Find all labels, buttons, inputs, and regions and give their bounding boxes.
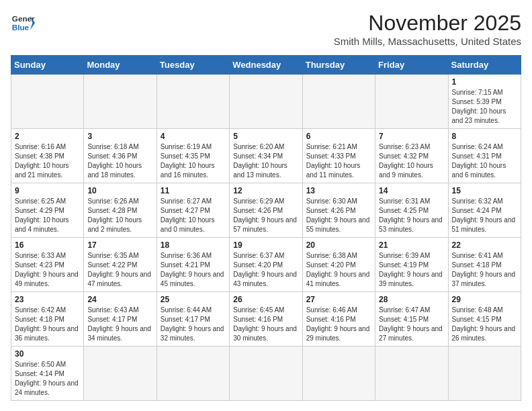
logo: General Blue xyxy=(11,11,35,35)
day-info: Sunrise: 6:16 AM Sunset: 4:38 PM Dayligh… xyxy=(15,142,80,180)
weekday-header-friday: Friday xyxy=(375,56,448,75)
calendar-day-cell: 23Sunrise: 6:42 AM Sunset: 4:18 PM Dayli… xyxy=(11,292,84,347)
calendar-day-cell: 10Sunrise: 6:26 AM Sunset: 4:28 PM Dayli… xyxy=(84,183,157,238)
day-info: Sunrise: 6:24 AM Sunset: 4:31 PM Dayligh… xyxy=(452,142,517,180)
day-info: Sunrise: 6:41 AM Sunset: 4:18 PM Dayligh… xyxy=(452,251,517,289)
day-info: Sunrise: 6:43 AM Sunset: 4:17 PM Dayligh… xyxy=(87,306,152,343)
day-number: 10 xyxy=(87,186,152,195)
day-info: Sunrise: 6:18 AM Sunset: 4:36 PM Dayligh… xyxy=(87,142,152,180)
day-info: Sunrise: 6:21 AM Sunset: 4:33 PM Dayligh… xyxy=(306,142,371,180)
calendar-day-cell xyxy=(375,75,448,129)
calendar-table: SundayMondayTuesdayWednesdayThursdayFrid… xyxy=(11,55,521,401)
day-info: Sunrise: 6:44 AM Sunset: 4:17 PM Dayligh… xyxy=(161,306,226,343)
calendar-day-cell xyxy=(157,75,229,129)
calendar-day-cell: 7Sunrise: 6:23 AM Sunset: 4:32 PM Daylig… xyxy=(375,129,448,183)
day-info: Sunrise: 6:36 AM Sunset: 4:21 PM Dayligh… xyxy=(161,251,226,289)
day-number: 30 xyxy=(15,349,80,359)
calendar-day-cell xyxy=(157,347,229,401)
calendar-day-cell xyxy=(11,75,84,129)
weekday-header-saturday: Saturday xyxy=(448,56,521,75)
logo-icon: General Blue xyxy=(11,11,35,35)
day-number: 7 xyxy=(379,132,444,141)
weekday-header-tuesday: Tuesday xyxy=(157,56,229,75)
weekday-header-row: SundayMondayTuesdayWednesdayThursdayFrid… xyxy=(11,56,521,75)
weekday-header-wednesday: Wednesday xyxy=(230,56,302,75)
calendar-day-cell: 15Sunrise: 6:32 AM Sunset: 4:24 PM Dayli… xyxy=(448,183,521,238)
day-info: Sunrise: 6:25 AM Sunset: 4:29 PM Dayligh… xyxy=(15,197,80,234)
calendar-day-cell: 17Sunrise: 6:35 AM Sunset: 4:22 PM Dayli… xyxy=(84,238,157,292)
day-info: Sunrise: 6:19 AM Sunset: 4:35 PM Dayligh… xyxy=(161,142,226,180)
day-info: Sunrise: 6:32 AM Sunset: 4:24 PM Dayligh… xyxy=(452,197,517,234)
calendar-day-cell: 13Sunrise: 6:30 AM Sunset: 4:26 PM Dayli… xyxy=(302,183,375,238)
calendar-day-cell: 8Sunrise: 6:24 AM Sunset: 4:31 PM Daylig… xyxy=(448,129,521,183)
day-info: Sunrise: 6:39 AM Sunset: 4:19 PM Dayligh… xyxy=(379,251,444,289)
day-info: Sunrise: 6:30 AM Sunset: 4:26 PM Dayligh… xyxy=(306,197,371,234)
calendar-day-cell: 20Sunrise: 6:38 AM Sunset: 4:20 PM Dayli… xyxy=(302,238,375,292)
calendar-day-cell: 25Sunrise: 6:44 AM Sunset: 4:17 PM Dayli… xyxy=(157,292,229,347)
calendar-day-cell: 26Sunrise: 6:45 AM Sunset: 4:16 PM Dayli… xyxy=(230,292,302,347)
calendar-day-cell xyxy=(230,347,302,401)
day-info: Sunrise: 6:42 AM Sunset: 4:18 PM Dayligh… xyxy=(15,306,80,343)
calendar-day-cell: 3Sunrise: 6:18 AM Sunset: 4:36 PM Daylig… xyxy=(84,129,157,183)
calendar-day-cell: 28Sunrise: 6:47 AM Sunset: 4:15 PM Dayli… xyxy=(375,292,448,347)
calendar-day-cell: 27Sunrise: 6:46 AM Sunset: 4:16 PM Dayli… xyxy=(302,292,375,347)
day-info: Sunrise: 6:37 AM Sunset: 4:20 PM Dayligh… xyxy=(233,251,298,289)
calendar-week-row: 9Sunrise: 6:25 AM Sunset: 4:29 PM Daylig… xyxy=(11,183,521,238)
day-number: 14 xyxy=(379,186,444,195)
day-number: 22 xyxy=(452,240,517,250)
day-number: 25 xyxy=(161,295,226,304)
day-info: Sunrise: 6:50 AM Sunset: 4:14 PM Dayligh… xyxy=(15,360,80,398)
weekday-header-sunday: Sunday xyxy=(11,56,84,75)
calendar-day-cell: 18Sunrise: 6:36 AM Sunset: 4:21 PM Dayli… xyxy=(157,238,229,292)
calendar-week-row: 1Sunrise: 7:15 AM Sunset: 5:39 PM Daylig… xyxy=(11,75,521,129)
page-header: General Blue November 2025 Smith Mills, … xyxy=(11,11,521,47)
day-info: Sunrise: 6:27 AM Sunset: 4:27 PM Dayligh… xyxy=(161,197,226,234)
calendar-day-cell: 21Sunrise: 6:39 AM Sunset: 4:19 PM Dayli… xyxy=(375,238,448,292)
day-number: 3 xyxy=(87,132,152,141)
day-number: 23 xyxy=(15,295,80,304)
day-number: 28 xyxy=(379,295,444,304)
month-title: November 2025 xyxy=(334,11,521,36)
day-info: Sunrise: 6:26 AM Sunset: 4:28 PM Dayligh… xyxy=(87,197,152,234)
calendar-day-cell xyxy=(302,75,375,129)
day-number: 19 xyxy=(233,240,298,250)
day-number: 29 xyxy=(452,295,517,304)
calendar-day-cell: 14Sunrise: 6:31 AM Sunset: 4:25 PM Dayli… xyxy=(375,183,448,238)
day-number: 9 xyxy=(15,186,80,195)
day-number: 5 xyxy=(233,132,298,141)
calendar-week-row: 30Sunrise: 6:50 AM Sunset: 4:14 PM Dayli… xyxy=(11,347,521,401)
day-info: Sunrise: 6:31 AM Sunset: 4:25 PM Dayligh… xyxy=(379,197,444,234)
calendar-day-cell: 30Sunrise: 6:50 AM Sunset: 4:14 PM Dayli… xyxy=(11,347,84,401)
day-number: 20 xyxy=(306,240,371,250)
calendar-day-cell: 24Sunrise: 6:43 AM Sunset: 4:17 PM Dayli… xyxy=(84,292,157,347)
calendar-day-cell: 16Sunrise: 6:33 AM Sunset: 4:23 PM Dayli… xyxy=(11,238,84,292)
day-info: Sunrise: 6:45 AM Sunset: 4:16 PM Dayligh… xyxy=(233,306,298,343)
day-number: 15 xyxy=(452,186,517,195)
calendar-day-cell xyxy=(302,347,375,401)
calendar-day-cell: 9Sunrise: 6:25 AM Sunset: 4:29 PM Daylig… xyxy=(11,183,84,238)
calendar-day-cell xyxy=(84,347,157,401)
calendar-week-row: 2Sunrise: 6:16 AM Sunset: 4:38 PM Daylig… xyxy=(11,129,521,183)
calendar-day-cell xyxy=(448,347,521,401)
day-number: 17 xyxy=(87,240,152,250)
day-number: 12 xyxy=(233,186,298,195)
day-info: Sunrise: 6:46 AM Sunset: 4:16 PM Dayligh… xyxy=(306,306,371,343)
day-info: Sunrise: 6:35 AM Sunset: 4:22 PM Dayligh… xyxy=(87,251,152,289)
day-number: 2 xyxy=(15,132,80,141)
title-block: November 2025 Smith Mills, Massachusetts… xyxy=(334,11,521,47)
day-number: 11 xyxy=(161,186,226,195)
calendar-week-row: 23Sunrise: 6:42 AM Sunset: 4:18 PM Dayli… xyxy=(11,292,521,347)
day-number: 8 xyxy=(452,132,517,141)
calendar-day-cell: 12Sunrise: 6:29 AM Sunset: 4:26 PM Dayli… xyxy=(230,183,302,238)
calendar-day-cell: 22Sunrise: 6:41 AM Sunset: 4:18 PM Dayli… xyxy=(448,238,521,292)
day-info: Sunrise: 6:47 AM Sunset: 4:15 PM Dayligh… xyxy=(379,306,444,343)
calendar-day-cell: 4Sunrise: 6:19 AM Sunset: 4:35 PM Daylig… xyxy=(157,129,229,183)
weekday-header-thursday: Thursday xyxy=(302,56,375,75)
day-number: 24 xyxy=(87,295,152,304)
calendar-day-cell xyxy=(84,75,157,129)
day-number: 6 xyxy=(306,132,371,141)
day-info: Sunrise: 6:23 AM Sunset: 4:32 PM Dayligh… xyxy=(379,142,444,180)
day-info: Sunrise: 7:15 AM Sunset: 5:39 PM Dayligh… xyxy=(452,88,517,126)
day-number: 16 xyxy=(15,240,80,250)
calendar-day-cell: 19Sunrise: 6:37 AM Sunset: 4:20 PM Dayli… xyxy=(230,238,302,292)
